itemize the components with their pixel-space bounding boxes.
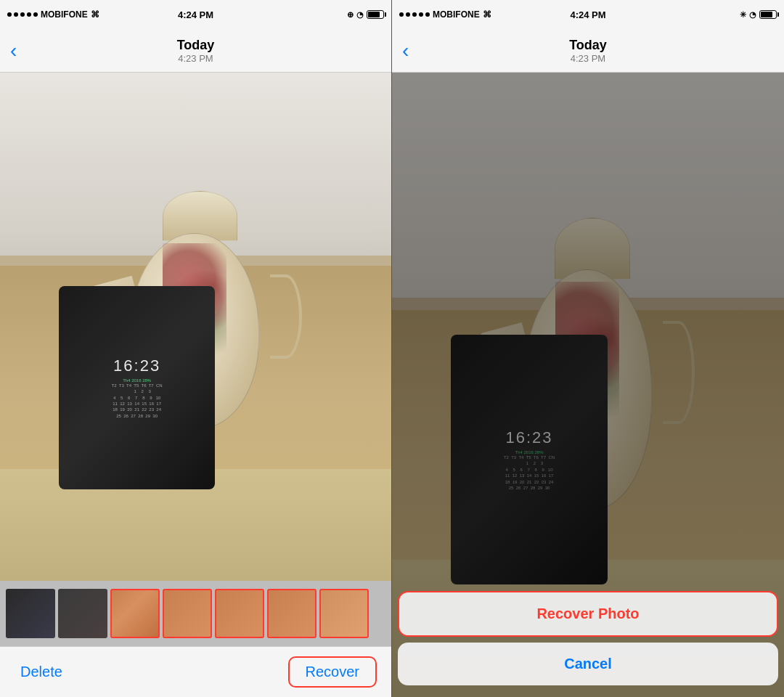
right-panel: MOBIFONE ⌘ 4:24 PM ✳ ◔ ‹ Today 4:23 PM bbox=[392, 0, 784, 697]
location-icon: ⊕ bbox=[347, 10, 354, 20]
status-left-left: MOBIFONE ⌘ bbox=[7, 9, 99, 20]
status-time-left: 4:24 PM bbox=[178, 9, 213, 20]
dot3 bbox=[20, 12, 25, 17]
nav-title-block-left: Today 4:23 PM bbox=[177, 38, 215, 64]
signal-dots-right bbox=[399, 12, 430, 17]
battery-left bbox=[367, 10, 384, 19]
nav-title-block-right: Today 4:23 PM bbox=[569, 38, 607, 64]
battery-fill-right bbox=[761, 12, 772, 17]
recover-button[interactable]: Recover bbox=[288, 656, 377, 688]
lock-icon: ◔ bbox=[356, 10, 364, 20]
nav-bar-right: ‹ Today 4:23 PM bbox=[392, 29, 784, 73]
dot-r2 bbox=[406, 12, 410, 17]
photo-area-right: 16:23 Th4 2016 28% T2 T3 T4 T5 T6 T7 CN … bbox=[392, 73, 784, 697]
photo-area-left: 16:23 Th4 2016 28% T2 T3 T4 T5 T6 T7 CN … bbox=[0, 73, 391, 581]
back-button-right[interactable]: ‹ bbox=[402, 41, 409, 61]
thumb-4[interactable] bbox=[163, 589, 212, 638]
battery-right bbox=[759, 10, 777, 19]
thumb-5[interactable] bbox=[215, 589, 264, 638]
signal-dots bbox=[7, 12, 38, 17]
dot-r3 bbox=[412, 12, 417, 17]
back-button-left[interactable]: ‹ bbox=[10, 41, 17, 61]
status-time-right: 4:24 PM bbox=[570, 9, 605, 20]
status-bar-left: MOBIFONE ⌘ 4:24 PM ⊕ ◔ bbox=[0, 0, 391, 29]
dot-r4 bbox=[419, 12, 423, 17]
battery-fill-left bbox=[368, 12, 380, 17]
wifi-icon-left: ⌘ bbox=[91, 9, 99, 20]
dot4 bbox=[27, 12, 31, 17]
dot2 bbox=[14, 12, 18, 17]
thumbnail-strip-left bbox=[0, 581, 391, 646]
nav-subtitle-right: 4:23 PM bbox=[569, 53, 607, 64]
wifi-icon-right: ⌘ bbox=[483, 9, 491, 20]
status-bar-right: MOBIFONE ⌘ 4:24 PM ✳ ◔ bbox=[392, 0, 784, 29]
phone-time-left: 16:23 bbox=[113, 356, 160, 375]
action-bar-left: Delete Recover bbox=[0, 646, 391, 697]
dot-r1 bbox=[399, 12, 404, 17]
lock-icon-right: ◔ bbox=[749, 10, 756, 20]
carrier-right: MOBIFONE bbox=[433, 9, 480, 20]
delete-button[interactable]: Delete bbox=[15, 658, 68, 686]
status-left-right: MOBIFONE ⌘ bbox=[399, 9, 491, 20]
nav-bar-left: ‹ Today 4:23 PM bbox=[0, 29, 391, 73]
photo-bg-left: 16:23 Th4 2016 28% T2 T3 T4 T5 T6 T7 CN … bbox=[0, 73, 391, 581]
phone-calendar-left: T2 T3 T4 T5 T6 T7 CN 1 2 3 4 5 6 7 8 9 1… bbox=[112, 383, 163, 419]
nav-title-left: Today bbox=[177, 38, 215, 53]
nav-subtitle-left: 4:23 PM bbox=[177, 53, 215, 64]
thumb-2[interactable] bbox=[58, 589, 107, 638]
teapot-handle-left bbox=[270, 274, 302, 359]
carrier-left: MOBIFONE bbox=[41, 9, 88, 20]
nav-title-right: Today bbox=[569, 38, 607, 53]
thumb-3[interactable] bbox=[110, 589, 160, 638]
dot5 bbox=[33, 12, 38, 17]
dot-r5 bbox=[425, 12, 430, 17]
left-panel: MOBIFONE ⌘ 4:24 PM ⊕ ◔ ‹ Today 4:23 PM bbox=[0, 0, 392, 697]
status-right-right: ✳ ◔ bbox=[740, 10, 777, 20]
status-right-left: ⊕ ◔ bbox=[347, 10, 384, 20]
action-sheet: Recover Photo Cancel bbox=[392, 585, 784, 697]
phone-left: 16:23 Th4 2016 28% T2 T3 T4 T5 T6 T7 CN … bbox=[59, 286, 216, 489]
dot1 bbox=[7, 12, 12, 17]
brightness-icon: ✳ bbox=[740, 10, 746, 20]
thumb-7[interactable] bbox=[319, 589, 369, 638]
action-sheet-overlay: Recover Photo Cancel bbox=[392, 73, 784, 697]
recover-photo-button[interactable]: Recover Photo bbox=[398, 591, 778, 637]
thumb-1[interactable] bbox=[6, 589, 55, 638]
cancel-button[interactable]: Cancel bbox=[398, 643, 778, 685]
thumb-6[interactable] bbox=[267, 589, 317, 638]
